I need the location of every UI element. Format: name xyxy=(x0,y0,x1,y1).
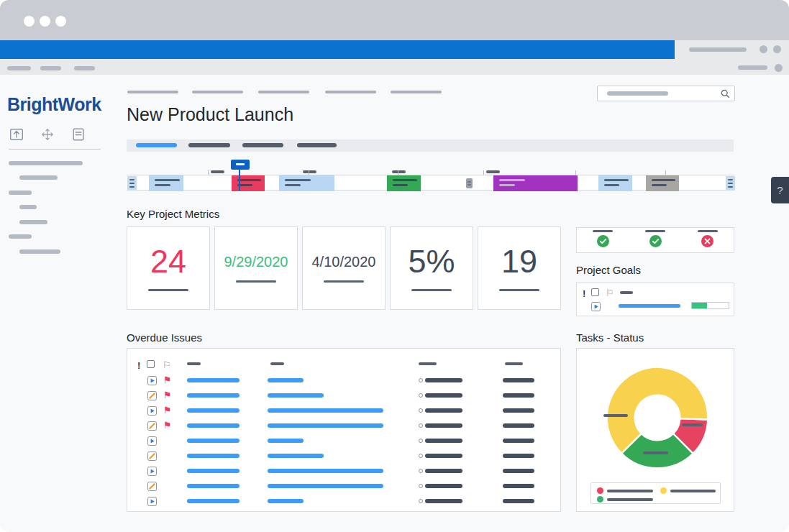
gantt-task-bar[interactable] xyxy=(387,175,421,191)
item-play-icon[interactable] xyxy=(147,375,157,388)
issue-title-link[interactable] xyxy=(268,484,383,488)
sidebar-nav-item[interactable] xyxy=(19,220,47,224)
breadcrumb-item[interactable] xyxy=(192,91,243,93)
move-icon[interactable] xyxy=(40,127,55,142)
item-edit-icon[interactable] xyxy=(147,421,157,434)
sidebar-nav-item[interactable] xyxy=(19,175,58,180)
metric-card[interactable]: 24 xyxy=(127,226,210,310)
item-play-icon[interactable] xyxy=(147,466,157,479)
issue-id-link[interactable] xyxy=(187,423,240,428)
issue-id-link[interactable] xyxy=(187,454,240,458)
suite-bar-dot-1[interactable] xyxy=(760,45,767,53)
issue-title-link[interactable] xyxy=(268,408,383,413)
gantt-tick xyxy=(208,170,209,175)
table-row[interactable]: ⚑ xyxy=(127,390,560,400)
search-icon[interactable] xyxy=(721,88,730,101)
issue-title-link[interactable] xyxy=(268,393,324,398)
item-edit-icon[interactable] xyxy=(147,451,157,464)
issue-id-link[interactable] xyxy=(187,378,240,382)
issue-id-link[interactable] xyxy=(187,469,240,473)
help-button[interactable]: ? xyxy=(771,177,789,203)
health-indicator xyxy=(629,230,682,250)
tab-item[interactable] xyxy=(242,143,283,147)
issue-title-link[interactable] xyxy=(268,423,383,428)
sidebar-nav-item[interactable] xyxy=(9,191,32,195)
issue-id-link[interactable] xyxy=(187,499,240,503)
gantt-milestone-connector[interactable] xyxy=(466,178,473,188)
table-row[interactable]: ⚑ xyxy=(127,405,560,416)
table-row[interactable] xyxy=(127,495,560,506)
legend-dot-green xyxy=(597,496,603,503)
issue-title-link[interactable] xyxy=(268,469,383,473)
breadcrumb-item[interactable] xyxy=(325,91,376,93)
select-all-checkbox[interactable] xyxy=(591,288,599,296)
breadcrumb-item[interactable] xyxy=(127,91,178,93)
metric-underline xyxy=(324,280,364,283)
gantt-task-bar[interactable] xyxy=(149,175,183,191)
gantt-task-bar[interactable] xyxy=(232,175,265,191)
issue-id-link[interactable] xyxy=(187,484,240,488)
search-input[interactable] xyxy=(597,86,735,101)
metric-value: 9/29/2020 xyxy=(224,254,288,269)
table-row[interactable]: ⚑ xyxy=(127,375,560,385)
sidebar-nav-item[interactable] xyxy=(9,234,32,239)
window-dot-3[interactable] xyxy=(55,16,66,27)
gantt-tick-label xyxy=(392,170,406,173)
tab-active[interactable] xyxy=(136,143,177,147)
table-row[interactable] xyxy=(127,480,560,491)
tab-item[interactable] xyxy=(188,143,230,147)
timeline-marker-flag[interactable] xyxy=(231,160,250,170)
sidebar-nav-item[interactable] xyxy=(19,249,60,254)
goal-title-link[interactable] xyxy=(619,304,680,308)
metric-card[interactable]: 4/10/2020 xyxy=(302,226,386,310)
document-icon[interactable] xyxy=(70,127,86,142)
select-all-checkbox[interactable] xyxy=(147,360,155,368)
sidebar-nav-item[interactable] xyxy=(19,205,37,209)
metric-card[interactable]: 9/29/2020 xyxy=(214,226,298,310)
metric-value: 19 xyxy=(501,245,537,278)
goal-item-icon[interactable] xyxy=(591,301,601,314)
tab-bar xyxy=(127,139,734,152)
issue-title-link[interactable] xyxy=(268,499,304,503)
window-dot-1[interactable] xyxy=(24,16,35,27)
issue-id-link[interactable] xyxy=(187,393,240,398)
issue-id-link[interactable] xyxy=(187,439,240,443)
gantt-task-bar[interactable] xyxy=(646,175,679,191)
tab-item[interactable] xyxy=(297,143,337,147)
assignee-placeholder xyxy=(425,439,462,443)
ribbon-dot[interactable] xyxy=(775,64,783,72)
item-play-icon[interactable] xyxy=(147,496,157,509)
item-play-icon[interactable] xyxy=(147,405,157,418)
gantt-scroll-handle[interactable] xyxy=(127,176,137,191)
issue-title-link[interactable] xyxy=(268,454,324,458)
status-circle xyxy=(419,469,423,473)
breadcrumb-item[interactable] xyxy=(258,91,309,93)
share-icon[interactable] xyxy=(9,127,24,142)
issue-title-link[interactable] xyxy=(268,378,304,382)
due-date-placeholder xyxy=(503,439,534,443)
brightwork-logo: BrightWork xyxy=(7,94,101,115)
column-header-placeholder xyxy=(620,291,633,294)
table-row[interactable]: ⚑ xyxy=(127,420,560,431)
ribbon-placeholder-1 xyxy=(7,66,31,70)
item-edit-icon[interactable] xyxy=(147,481,157,494)
health-label-placeholder xyxy=(645,230,665,232)
metric-card[interactable]: 5% xyxy=(390,226,473,310)
issue-id-link[interactable] xyxy=(187,408,240,413)
gantt-task-bar[interactable] xyxy=(279,175,334,191)
metric-card[interactable]: 19 xyxy=(478,226,561,310)
window-dot-2[interactable] xyxy=(40,16,50,27)
issue-title-link[interactable] xyxy=(268,439,304,443)
suite-bar-dot-2[interactable] xyxy=(773,45,781,53)
gantt-task-bar[interactable] xyxy=(598,175,632,191)
table-row[interactable] xyxy=(127,450,560,461)
breadcrumb-item[interactable] xyxy=(391,91,442,93)
sidebar-nav-item[interactable] xyxy=(9,161,83,165)
table-row[interactable] xyxy=(127,435,560,446)
table-row[interactable] xyxy=(127,465,560,476)
gantt-task-bar[interactable] xyxy=(493,175,578,191)
browser-titlebar xyxy=(0,0,789,40)
gantt-scroll-handle[interactable] xyxy=(726,176,735,191)
item-edit-icon[interactable] xyxy=(147,390,157,403)
item-play-icon[interactable] xyxy=(147,436,157,449)
